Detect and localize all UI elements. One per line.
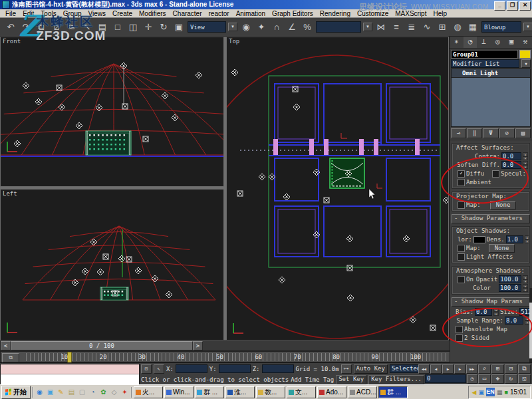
reference-coordinate-system-dropdown[interactable]: View [188,21,226,33]
undo-icon[interactable]: ↶ [4,20,17,34]
atmosphere-on-checkbox[interactable] [458,276,465,283]
command-panel-scrollbar[interactable] [529,288,532,362]
zoom-extents-icon[interactable]: ⊡ [505,364,517,374]
render-type-dropdown[interactable]: Blowup [481,21,521,33]
named-selection-sets-dropdown-arrow-icon[interactable]: ▼ [363,23,372,31]
previous-frame-button[interactable]: ◀ [430,364,442,374]
soften-diffuse-spinner[interactable]: ▴▾ [523,161,528,169]
set-key-button[interactable]: Set Key [336,375,366,384]
align-icon[interactable]: ≡ [390,20,403,34]
percent-snap-toggle-icon[interactable]: % [301,20,314,34]
color-amount-field[interactable]: 100.0 [499,284,521,292]
listener-script-row[interactable] [1,374,139,384]
maximize-button[interactable]: ❐ [507,1,518,11]
render-scene-icon[interactable]: ▦ [466,20,479,34]
select-and-move-icon[interactable]: ✛ [142,20,155,34]
tab-modify[interactable]: ◔ [464,37,477,48]
close-button[interactable]: ✕ [519,1,531,11]
density-spinner[interactable]: ▴▾ [525,235,530,243]
redo-icon[interactable]: ↷ [19,20,33,34]
zoom-all-icon[interactable]: ⊞ [491,364,504,374]
notes-icon[interactable]: ✎ [56,387,66,397]
add-time-tag[interactable]: Add Time Tag [291,376,334,383]
mirror-icon[interactable]: ⋈ [374,20,388,34]
bias-spinner[interactable]: ▴▾ [493,308,499,316]
start-button[interactable]: 开始 [1,386,31,399]
menu-tools[interactable]: Tools [37,10,59,17]
zoom-extents-all-icon[interactable]: ⧉ [518,364,531,374]
shadow-parameters-rollout[interactable]: - Shadow Parameters [452,214,530,223]
explorer-icon[interactable]: ▢ [77,387,87,397]
sample-range-field[interactable]: 8.0 [505,317,523,325]
z-coordinate-field[interactable] [262,364,294,373]
projector-map-button[interactable]: None [490,201,517,209]
angle-snap-toggle-icon[interactable]: ∠ [285,20,299,34]
light-affects-checkbox[interactable] [458,253,465,261]
opacity-spinner[interactable]: ▴▾ [523,275,528,283]
use-pivot-point-center-icon[interactable]: ◉ [239,20,253,34]
menu-file[interactable]: File [2,10,19,17]
task-button-6[interactable]: 文... [287,386,316,398]
time-slider-next-icon[interactable]: > [193,341,203,350]
task-button-9[interactable]: 群 ... [378,386,408,398]
next-frame-button[interactable]: ▶ [454,364,466,374]
remove-modifier-button[interactable]: ⊘ [499,128,515,138]
tab-motion[interactable]: ◎ [491,37,505,48]
shadow-color-swatch[interactable] [473,236,485,243]
time-slider-prev-icon[interactable]: < [1,341,11,350]
mini-curve-editor-button[interactable]: ⧉ [2,353,19,362]
messenger-tray-icon[interactable]: ▣ [479,388,485,396]
input-method-icon[interactable]: ▦ [497,388,503,396]
minimize-button[interactable]: _ [494,1,505,11]
time-slider[interactable]: < 0 / 100 > [0,340,450,351]
folder-icon[interactable]: ▤ [66,387,76,397]
package-icon[interactable]: ◇ [109,387,119,397]
curve-editor-icon[interactable]: ∿ [420,20,434,34]
tab-hierarchy[interactable]: ⊥ [477,37,491,48]
menu-group[interactable]: Group [60,10,85,17]
menu-graph-editors[interactable]: Graph Editors [269,10,317,17]
density-field[interactable]: 1.0 [506,235,523,243]
volume-icon[interactable]: ◀ [472,388,477,396]
x-coordinate-field[interactable] [176,364,207,373]
configure-modifier-sets-button[interactable]: ▤ [515,128,531,138]
rectangular-selection-region-icon[interactable]: □ [111,20,124,34]
time-configuration-icon[interactable]: ◷ [467,374,477,384]
task-button-2[interactable]: Win... [164,386,194,398]
current-frame-field[interactable]: 0 [425,374,466,383]
time-slider-grip[interactable]: 0 / 100 [11,341,193,350]
maxscript-mini-listener[interactable] [0,364,140,386]
tab-create[interactable]: ✶ [450,37,464,48]
y-coordinate-field[interactable] [219,364,251,373]
select-by-name-icon[interactable]: ▤ [96,20,109,34]
green-flower-icon[interactable]: ✿ [98,387,108,397]
track-bar[interactable]: ⧉ 102030405060708090100 [0,351,450,362]
shadow-map-params-rollout[interactable]: - Shadow Map Params [452,297,530,307]
select-and-rotate-icon[interactable]: ↻ [157,20,170,34]
play-button[interactable]: ▶ [442,364,454,374]
bias-field[interactable]: 0.0 [475,308,492,316]
modifier-list-arrow-icon[interactable]: ▼ [521,59,531,68]
reference-coordinate-system-dropdown-arrow-icon[interactable]: ▼ [228,23,237,31]
menu-customize[interactable]: Customize [354,10,392,17]
two-sided-checkbox[interactable] [456,334,463,342]
tab-display[interactable]: ▣ [505,37,519,48]
shadow-map-checkbox[interactable] [458,245,465,252]
image-viewer-icon[interactable]: ▣ [45,387,55,397]
viewport-left[interactable]: Left [0,189,224,340]
opacity-field[interactable]: 100.0 [499,275,521,283]
snap-toggle-icon[interactable]: ∩ [270,20,283,34]
menu-rendering[interactable]: Rendering [317,10,354,17]
go-to-start-button[interactable]: ◀◀ [418,364,430,374]
object-name-field[interactable]: Group01 [451,50,518,59]
specular-checkbox[interactable] [492,170,499,178]
zoom-icon[interactable]: ⌕ [478,364,491,374]
contrast-spinner[interactable]: ▴▾ [523,152,528,160]
schematic-view-icon[interactable]: ⊞ [436,20,449,34]
select-object-icon[interactable]: ↖ [80,20,94,34]
select-and-link-icon[interactable]: ⧉ [35,20,48,34]
ambient-checkbox[interactable] [458,179,465,186]
absolute-map-checkbox[interactable] [456,326,463,333]
task-button-4[interactable]: 淮... [225,386,255,398]
menu-modifiers[interactable]: Modifiers [136,10,170,17]
